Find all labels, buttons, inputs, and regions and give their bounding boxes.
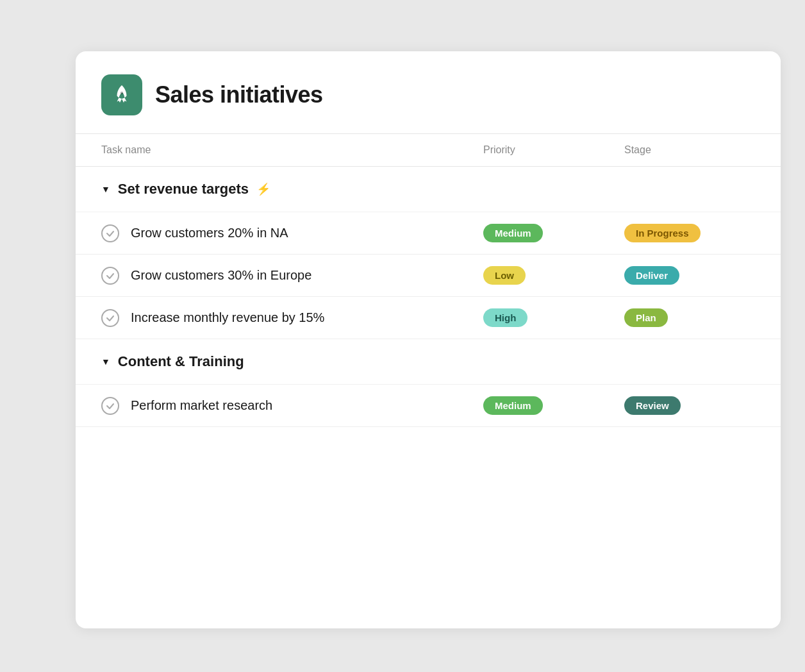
task-table: Task name Priority Stage ▼ Set revenue t…: [76, 133, 781, 427]
stage-cell-2: Deliver: [614, 266, 755, 285]
table-header-row: Task name Priority Stage: [76, 133, 781, 167]
chevron-down-icon: ▼: [101, 184, 110, 194]
task-name-3: Increase monthly revenue by 15%: [131, 310, 324, 325]
priority-badge-4: Medium: [483, 396, 543, 415]
priority-badge-1: Medium: [483, 224, 543, 242]
stage-badge-1: In Progress: [624, 224, 701, 242]
task-name-4: Perform market research: [131, 398, 272, 413]
table-row: Increase monthly revenue by 15% High Pla…: [76, 297, 781, 339]
priority-badge-3: High: [483, 308, 527, 327]
table-row: Perform market research Medium Review: [76, 385, 781, 427]
group-row-2[interactable]: ▼ Content & Training: [76, 339, 781, 385]
stage-badge-4: Review: [624, 396, 681, 415]
group-row-1[interactable]: ▼ Set revenue targets ⚡: [76, 167, 781, 212]
app-icon: [101, 74, 142, 115]
task-checkbox-3[interactable]: [101, 309, 119, 327]
task-name-cell-3: Increase monthly revenue by 15%: [101, 309, 473, 327]
col-header-priority: Priority: [473, 144, 614, 156]
task-name-1: Grow customers 20% in NA: [131, 226, 288, 240]
stage-cell-3: Plan: [614, 308, 755, 327]
stage-badge-2: Deliver: [624, 266, 679, 285]
table-row: Grow customers 20% in NA Medium In Progr…: [76, 212, 781, 255]
stage-cell-4: Review: [614, 396, 755, 415]
stage-badge-3: Plan: [624, 308, 668, 327]
group-title-2: Content & Training: [118, 353, 244, 370]
priority-cell-2: Low: [473, 266, 614, 285]
table-row: Grow customers 30% in Europe Low Deliver: [76, 255, 781, 297]
task-checkbox-4[interactable]: [101, 397, 119, 415]
lightning-icon: ⚡: [256, 182, 270, 196]
col-header-task: Task name: [101, 144, 473, 156]
group-title-1: Set revenue targets: [118, 181, 249, 197]
col-header-stage: Stage: [614, 144, 755, 156]
svg-point-0: [120, 92, 124, 95]
task-checkbox-1[interactable]: [101, 224, 119, 242]
task-name-2: Grow customers 30% in Europe: [131, 268, 311, 283]
priority-cell-4: Medium: [473, 396, 614, 415]
priority-cell-3: High: [473, 308, 614, 327]
page-title: Sales initiatives: [155, 81, 323, 108]
page-header: Sales initiatives: [76, 51, 781, 133]
stage-cell-1: In Progress: [614, 224, 755, 242]
task-name-cell-1: Grow customers 20% in NA: [101, 224, 473, 242]
rocket-icon: [110, 83, 133, 106]
main-card: Sales initiatives Task name Priority Sta…: [76, 51, 781, 628]
priority-cell-1: Medium: [473, 224, 614, 242]
priority-badge-2: Low: [483, 266, 526, 285]
task-checkbox-2[interactable]: [101, 267, 119, 285]
chevron-down-icon-2: ▼: [101, 357, 110, 367]
task-name-cell-4: Perform market research: [101, 397, 473, 415]
task-name-cell-2: Grow customers 30% in Europe: [101, 267, 473, 285]
